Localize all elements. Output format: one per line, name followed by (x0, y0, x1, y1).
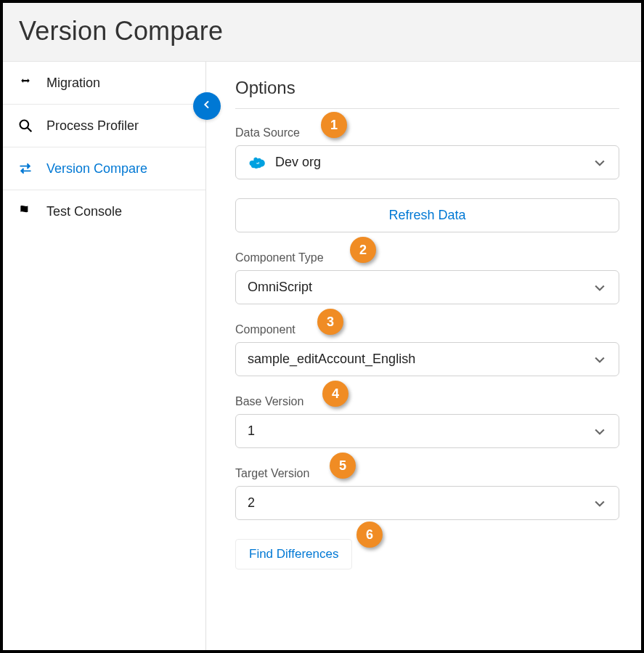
callout-1: 1 (321, 112, 347, 138)
options-panel: Options 1 Data Source sf Dev org (206, 62, 641, 650)
target-version-label: Target Version (235, 467, 619, 480)
salesforce-cloud-icon: sf (248, 155, 268, 170)
component-field: 3 Component sample_editAccount_English (235, 323, 619, 376)
component-type-select[interactable]: OmniScript (235, 270, 619, 304)
base-version-field: 4 Base Version 1 (235, 395, 619, 448)
component-value: sample_editAccount_English (248, 352, 415, 367)
chevron-down-icon (592, 424, 607, 439)
component-select[interactable]: sample_editAccount_English (235, 342, 619, 376)
arrows-horizontal-icon (17, 75, 33, 91)
data-source-field: 1 Data Source sf Dev org (235, 126, 619, 179)
component-label: Component (235, 323, 619, 336)
page-header: Version Compare (3, 3, 641, 62)
data-source-select[interactable]: sf Dev org (235, 145, 619, 179)
callout-5: 5 (330, 453, 356, 479)
chevron-down-icon (592, 496, 607, 511)
chevron-down-icon (592, 155, 607, 170)
sidebar-item-label: Migration (46, 76, 100, 91)
find-differences-field: 6 Find Differences (235, 539, 619, 569)
sidebar-item-version-compare[interactable]: Version Compare (3, 147, 205, 190)
data-source-label: Data Source (235, 126, 619, 139)
sidebar: Migration Process Profiler Version Compa… (3, 62, 206, 650)
base-version-value: 1 (248, 423, 255, 439)
component-type-field: 2 Component Type OmniScript (235, 251, 619, 304)
svg-text:sf: sf (256, 161, 259, 165)
options-heading: Options (235, 78, 619, 98)
collapse-sidebar-button[interactable] (193, 92, 221, 120)
base-version-select[interactable]: 1 (235, 414, 619, 448)
search-icon (17, 118, 33, 134)
sidebar-item-process-profiler[interactable]: Process Profiler (3, 105, 205, 147)
callout-6: 6 (356, 522, 383, 548)
sidebar-item-label: Test Console (46, 204, 122, 219)
page-title: Version Compare (19, 16, 625, 46)
data-source-value: Dev org (275, 155, 321, 170)
chevron-down-icon (592, 352, 607, 367)
svg-point-0 (20, 121, 29, 129)
target-version-select[interactable]: 2 (235, 486, 619, 520)
callout-4: 4 (322, 381, 349, 407)
refresh-data-button[interactable]: Refresh Data (235, 198, 619, 232)
find-differences-button[interactable]: Find Differences (235, 539, 352, 569)
swap-arrows-icon (17, 161, 33, 177)
chevron-down-icon (592, 280, 607, 295)
callout-2: 2 (350, 237, 376, 263)
sidebar-item-migration[interactable]: Migration (3, 62, 205, 105)
sidebar-item-label: Version Compare (46, 161, 147, 177)
flag-icon (17, 203, 33, 219)
refresh-field: Refresh Data (235, 198, 619, 232)
target-version-field: 5 Target Version 2 (235, 467, 619, 520)
callout-3: 3 (317, 309, 343, 335)
base-version-label: Base Version (235, 395, 619, 408)
target-version-value: 2 (248, 495, 255, 511)
sidebar-item-test-console[interactable]: Test Console (3, 190, 205, 232)
sidebar-item-label: Process Profiler (46, 118, 139, 134)
component-type-label: Component Type (235, 251, 619, 264)
component-type-value: OmniScript (248, 280, 312, 295)
svg-line-1 (28, 128, 32, 132)
chevron-left-icon (201, 99, 213, 113)
divider (235, 108, 619, 109)
